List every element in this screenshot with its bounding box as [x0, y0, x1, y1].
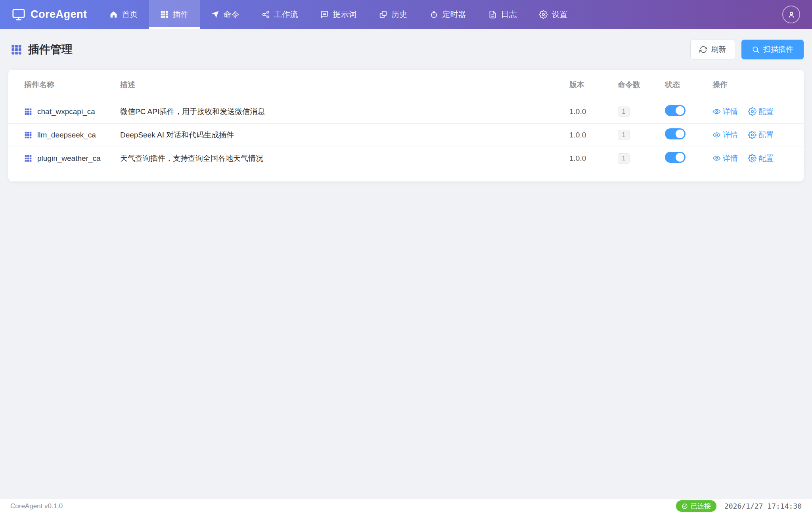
config-link-label: 配置: [758, 153, 774, 164]
stopwatch-icon: [430, 10, 438, 19]
plugin-name: llm_deepseek_ca: [37, 131, 96, 139]
config-link-label: 配置: [758, 107, 774, 117]
nav-item-commands[interactable]: 命令: [200, 0, 251, 29]
nav-item-label: 命令: [224, 9, 239, 20]
config-link[interactable]: 配置: [748, 130, 774, 140]
main-nav: 首页 插件 命令 工作流: [98, 0, 579, 29]
nav-item-timer[interactable]: 定时器: [419, 0, 477, 29]
app-logo[interactable]: CoreAgent: [12, 0, 87, 29]
status-toggle[interactable]: [665, 152, 686, 163]
eye-icon: [712, 131, 721, 139]
header-plugin-name: 插件名称: [8, 70, 120, 100]
nav-item-label: 工作流: [274, 9, 298, 20]
scan-plugins-button[interactable]: 扫描插件: [741, 40, 804, 59]
detail-link-label: 详情: [723, 153, 738, 164]
eye-icon: [712, 107, 721, 116]
status-toggle[interactable]: [665, 128, 686, 139]
connection-badge: 已连接: [676, 500, 716, 512]
nav-item-label: 首页: [122, 9, 138, 20]
plugin-version: 1.0.0: [569, 100, 618, 123]
header-command-count: 命令数: [618, 70, 665, 100]
monitor-icon: [12, 8, 25, 21]
table-row: chat_wxpcapi_ca 微信PC API插件，用于接收和发送微信消息 1…: [8, 100, 804, 123]
plugin-table: 插件名称 描述 版本 命令数 状态 操作: [8, 70, 804, 170]
check-circle-icon: [682, 503, 688, 509]
header-description: 描述: [120, 70, 569, 100]
detail-link-label: 详情: [723, 107, 738, 117]
plugin-name: chat_wxpcapi_ca: [37, 107, 95, 116]
table-header-row: 插件名称 描述 版本 命令数 状态 操作: [8, 70, 804, 100]
grid-icon: [160, 10, 169, 19]
file-icon: [488, 10, 497, 19]
detail-link[interactable]: 详情: [712, 130, 738, 140]
header-actions: 操作: [712, 70, 804, 100]
command-count-badge: 1: [618, 153, 630, 164]
main-content: 插件管理 刷新 扫描插件: [0, 29, 812, 499]
connection-badge-label: 已连接: [691, 502, 711, 511]
plugin-version: 1.0.0: [569, 147, 618, 170]
config-link[interactable]: 配置: [748, 153, 774, 164]
table-row: plugin_weather_ca 天气查询插件，支持查询全国各地天气情况 1.…: [8, 147, 804, 170]
comment-icon: [320, 10, 329, 19]
nav-item-settings[interactable]: 设置: [528, 0, 579, 29]
app-name: CoreAgent: [31, 8, 87, 21]
nav-item-label: 设置: [552, 9, 568, 20]
send-icon: [211, 10, 219, 19]
navbar: CoreAgent 首页 插件 命令: [0, 0, 812, 29]
plugin-description: 微信PC API插件，用于接收和发送微信消息: [120, 100, 569, 123]
plugin-table-card: 插件名称 描述 版本 命令数 状态 操作: [8, 70, 804, 181]
detail-link[interactable]: 详情: [712, 107, 738, 117]
command-count-badge: 1: [618, 130, 630, 140]
user-icon: [787, 10, 796, 19]
header-version: 版本: [569, 70, 618, 100]
toggle-knob: [676, 130, 684, 138]
config-link-label: 配置: [758, 130, 774, 140]
nav-item-label: 定时器: [442, 9, 466, 20]
nav-item-workflow[interactable]: 工作流: [251, 0, 309, 29]
timestamp: 2026/1/27 17:14:30: [724, 502, 802, 510]
nav-item-history[interactable]: 历史: [368, 0, 419, 29]
detail-link[interactable]: 详情: [712, 153, 738, 164]
search-icon: [752, 46, 760, 53]
plugin-description: DeepSeek AI 对话和代码生成插件: [120, 123, 569, 147]
header-status: 状态: [665, 70, 712, 100]
plugin-grid-icon: [24, 108, 32, 116]
nav-item-logs[interactable]: 日志: [477, 0, 528, 29]
nav-item-home[interactable]: 首页: [98, 0, 149, 29]
share-icon: [262, 10, 270, 19]
nav-item-plugins[interactable]: 插件: [149, 0, 200, 29]
plugin-grid-icon: [24, 154, 32, 162]
plugin-version: 1.0.0: [569, 123, 618, 147]
detail-link-label: 详情: [723, 130, 738, 140]
plugin-grid-icon: [24, 131, 32, 139]
app-version: CoreAgent v0.1.0: [10, 502, 63, 510]
status-toggle[interactable]: [665, 105, 686, 116]
scan-plugins-button-label: 扫描插件: [763, 44, 793, 55]
nav-item-label: 插件: [173, 9, 189, 20]
plugin-table-body: chat_wxpcapi_ca 微信PC API插件，用于接收和发送微信消息 1…: [8, 100, 804, 170]
user-avatar[interactable]: [782, 6, 800, 23]
config-link[interactable]: 配置: [748, 107, 774, 117]
plugin-name: plugin_weather_ca: [37, 154, 101, 163]
page-title: 插件管理: [8, 42, 73, 57]
nav-item-label: 日志: [501, 9, 517, 20]
refresh-icon: [699, 46, 707, 53]
refresh-button-label: 刷新: [711, 44, 726, 55]
toggle-knob: [676, 153, 684, 162]
home-icon: [109, 10, 118, 19]
grid-icon: [11, 44, 22, 55]
command-count-badge: 1: [618, 107, 630, 117]
nav-item-label: 历史: [392, 9, 408, 20]
gear-icon: [748, 154, 756, 162]
toggle-knob: [676, 106, 684, 115]
page-title-text: 插件管理: [28, 42, 73, 57]
header-actions: 刷新 扫描插件: [690, 40, 804, 59]
eye-icon: [712, 154, 721, 162]
nav-item-label: 提示词: [333, 9, 357, 20]
refresh-button[interactable]: 刷新: [690, 40, 735, 59]
history-icon: [379, 10, 387, 19]
gear-icon: [748, 107, 756, 116]
nav-item-prompts[interactable]: 提示词: [309, 0, 368, 29]
gear-icon: [748, 131, 756, 139]
table-row: llm_deepseek_ca DeepSeek AI 对话和代码生成插件 1.…: [8, 123, 804, 147]
